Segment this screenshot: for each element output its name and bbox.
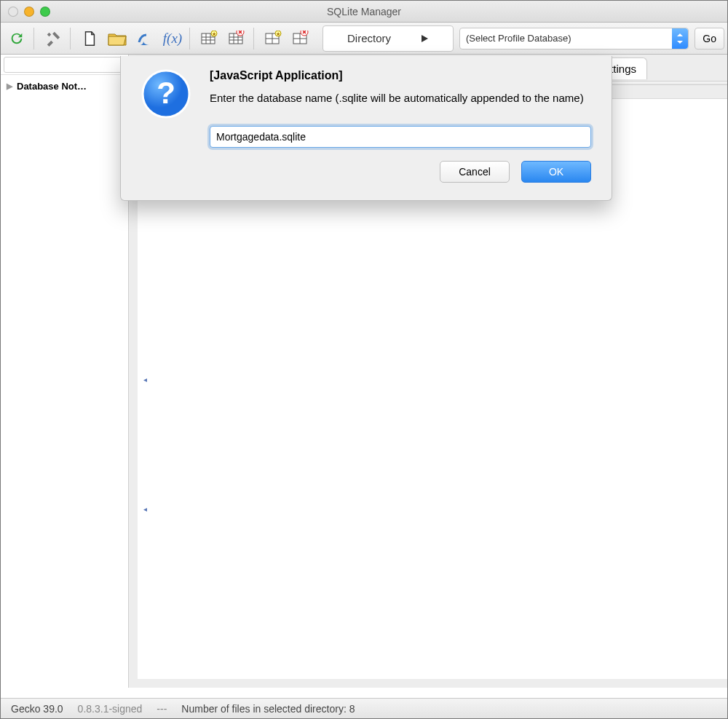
- play-icon: [420, 34, 429, 43]
- status-version: 0.8.3.1-signed: [78, 703, 143, 715]
- sidebar: ▶ Database Not…: [1, 55, 129, 688]
- sidebar-item-database[interactable]: ▶ Database Not…: [1, 75, 128, 98]
- search-input[interactable]: [4, 57, 128, 73]
- traffic-lights: [8, 7, 50, 17]
- refresh-icon[interactable]: [4, 25, 30, 52]
- open-folder-icon[interactable]: [104, 25, 130, 52]
- database-name-input[interactable]: [210, 126, 591, 148]
- table-new-alt-icon[interactable]: ★: [260, 25, 286, 52]
- ruler-top-icon: ◂: [143, 376, 147, 384]
- select-handle-icon: [672, 28, 688, 49]
- ok-button[interactable]: OK: [521, 161, 591, 183]
- table-delete-alt-icon[interactable]: [288, 25, 314, 52]
- dialog-title: [JavaScript Application]: [210, 69, 591, 82]
- function-fx-icon[interactable]: f(x): [159, 25, 186, 52]
- directory-button[interactable]: Directory: [323, 25, 454, 52]
- close-window-button[interactable]: [8, 7, 18, 17]
- function-f-icon[interactable]: [132, 25, 158, 52]
- table-new-icon[interactable]: ★: [196, 25, 222, 52]
- tools-icon[interactable]: [40, 25, 66, 52]
- minimize-window-button[interactable]: [24, 7, 34, 17]
- go-button[interactable]: Go: [695, 28, 724, 49]
- directory-label: Directory: [347, 32, 391, 44]
- window-title: SQLite Manager: [327, 6, 401, 17]
- svg-text:★: ★: [276, 31, 280, 36]
- sidebar-item-label: Database Not…: [17, 81, 87, 92]
- status-file-count: Number of files in selected directory: 8: [181, 703, 355, 715]
- status-bar: Gecko 39.0 0.8.3.1-signed --- Number of …: [1, 698, 727, 718]
- toolbar: f(x) ★ ★ Directory (Select Profile Datab…: [1, 23, 727, 55]
- table-delete-icon[interactable]: [223, 25, 250, 52]
- new-file-icon[interactable]: [76, 25, 103, 52]
- js-prompt-dialog: ? [JavaScript Application] Enter the dat…: [120, 56, 612, 201]
- svg-text:★: ★: [212, 31, 216, 36]
- question-icon: ?: [141, 69, 191, 119]
- status-dashes: ---: [157, 703, 167, 715]
- cancel-button[interactable]: Cancel: [440, 161, 510, 183]
- disclosure-icon: ▶: [7, 82, 12, 91]
- dialog-message: Enter the database name (.sqlite will be…: [210, 91, 591, 106]
- window-titlebar: SQLite Manager: [1, 1, 727, 23]
- select-value: (Select Profile Database): [466, 33, 571, 44]
- maximize-window-button[interactable]: [40, 7, 50, 17]
- sidebar-search: [1, 55, 128, 75]
- svg-text:?: ?: [157, 76, 175, 110]
- ruler-bottom-icon: ◂: [143, 505, 147, 513]
- status-gecko: Gecko 39.0: [11, 703, 63, 715]
- profile-database-select[interactable]: (Select Profile Database): [459, 28, 689, 49]
